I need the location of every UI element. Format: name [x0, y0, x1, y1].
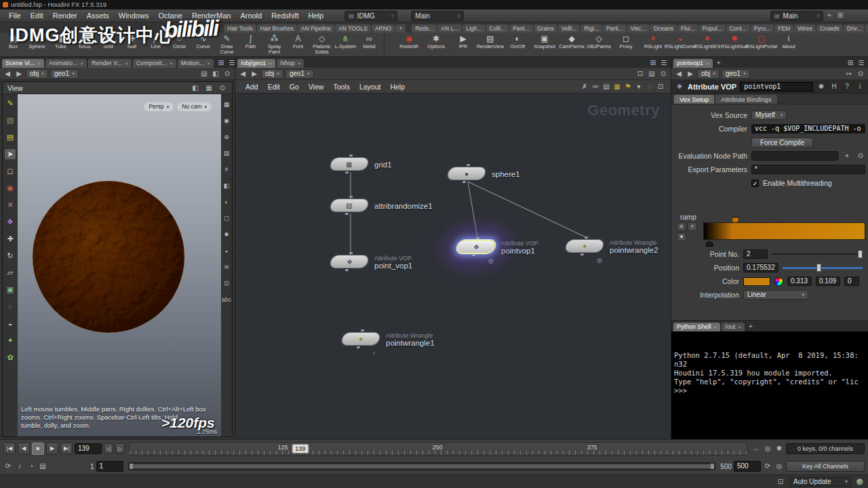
- ramp-add-point-button[interactable]: +: [688, 222, 697, 231]
- play-backward-button[interactable]: ◀: [18, 443, 30, 455]
- viewport[interactable]: View ◧ ▦ ⊙ ✎▧▤➤◻◉✕❖✚↻▱▣◌◒✦✿: [2, 81, 233, 437]
- position-slider[interactable]: [783, 263, 863, 272]
- shelf-tab[interactable]: AN TOOLS: [335, 24, 371, 33]
- tool-spray-paint[interactable]: ⁂ Spray Paint: [262, 33, 286, 55]
- pane-tab[interactable]: Python Shell ×: [673, 323, 720, 331]
- force-compile-button[interactable]: Force Compile: [751, 138, 813, 148]
- snapshot-icon[interactable]: ⊡: [635, 69, 645, 79]
- path-node[interactable]: geo1▾: [285, 69, 314, 79]
- node-badge-icon[interactable]: ◎: [488, 258, 494, 264]
- tool-options[interactable]: ✱ Options: [422, 33, 450, 49]
- node-body[interactable]: ✦: [340, 332, 382, 346]
- pointwrangle1[interactable]: ✦ Attribute Wrangle pointwrangle1 ▫: [342, 332, 435, 347]
- tool-draw-curve[interactable]: ✎ Draw Curve: [215, 33, 239, 55]
- info-icon[interactable]: i: [855, 82, 865, 92]
- panes-icon[interactable]: ⊞: [835, 11, 845, 20]
- update-mode-select[interactable]: Auto Update ▾: [789, 477, 852, 487]
- compiler-field[interactable]: vcc -q $VOP_INCLUDEPATH -o: [751, 124, 865, 134]
- shelf-tab[interactable]: +: [395, 24, 406, 33]
- node-body[interactable]: ●: [446, 167, 488, 180]
- shelf-tab[interactable]: AN L...: [437, 24, 462, 33]
- range-slider-bar[interactable]: [130, 464, 714, 468]
- measure-icon[interactable]: #: [221, 165, 232, 175]
- close-icon[interactable]: ×: [706, 59, 709, 68]
- slider-handle[interactable]: [858, 250, 863, 258]
- node-chooser-icon[interactable]: ⌖: [842, 151, 852, 161]
- node-body[interactable]: ❖: [329, 255, 370, 268]
- shelf-tab[interactable]: Parti...: [509, 24, 533, 33]
- shelf-tab[interactable]: Velli...: [558, 24, 580, 33]
- pane-split-icon[interactable]: ⊞: [216, 58, 226, 68]
- shelf-tab[interactable]: Hair Brushes: [257, 24, 297, 33]
- camera-selector[interactable]: No cam▾: [177, 102, 212, 111]
- shelf-tab[interactable]: Reds...: [412, 24, 437, 33]
- node-body[interactable]: ✦: [564, 239, 606, 253]
- cook-indicator[interactable]: [856, 478, 864, 486]
- desktop-selector-left[interactable]: ▤ IDMG ↕: [344, 11, 397, 21]
- tool-rslightportal[interactable]: ▢ RSLightPortal: [748, 33, 775, 49]
- new-tab-icon[interactable]: +: [714, 58, 724, 68]
- tool-rslight[interactable]: ✶ RSLight: [639, 33, 667, 49]
- node-body[interactable]: ▧: [329, 199, 370, 212]
- path-node[interactable]: geo1▾: [722, 69, 750, 79]
- link-icon[interactable]: ↦: [844, 69, 854, 79]
- close-icon[interactable]: ×: [37, 59, 41, 68]
- color-g-field[interactable]: 0.109: [816, 277, 840, 286]
- range-start-grip[interactable]: [130, 464, 133, 469]
- multithreading-checkbox[interactable]: ✓: [751, 180, 759, 187]
- box-select-tool-icon[interactable]: ◻: [5, 166, 16, 176]
- go-to-start-button[interactable]: |◀: [3, 443, 16, 455]
- pin-icon[interactable]: ⊙: [658, 69, 668, 79]
- pane-grid-icon[interactable]: ▤: [647, 69, 656, 79]
- shelf-tab[interactable]: Parti...: [603, 24, 627, 33]
- select-tool-icon[interactable]: ➤: [5, 149, 16, 159]
- desktop-selector-center[interactable]: Main ↕: [411, 11, 464, 21]
- pane-split-icon[interactable]: ⊞: [846, 58, 855, 68]
- forward-icon[interactable]: ▶: [686, 69, 695, 79]
- net-menu-tools[interactable]: Tools: [328, 83, 355, 91]
- draw-tool-icon[interactable]: ✎: [5, 98, 16, 108]
- color-r-field[interactable]: 0.313: [787, 277, 812, 286]
- layer-tool-icon[interactable]: ▤: [5, 132, 16, 142]
- tool-rslightdome[interactable]: ◒ RSLightDome: [667, 33, 694, 49]
- net-menu-help[interactable]: Help: [385, 83, 410, 91]
- fog-icon[interactable]: ≋: [221, 262, 232, 272]
- shelf-tab[interactable]: FEM: [774, 24, 793, 33]
- menu-help[interactable]: Help: [304, 12, 329, 20]
- tool-path[interactable]: ʃ Path: [239, 33, 262, 49]
- range-start-field[interactable]: 1: [96, 461, 123, 472]
- tool-objparms[interactable]: ◇ OBJParms: [585, 33, 612, 49]
- attribrandomize1[interactable]: ▧ attribrandomize1: [330, 199, 433, 214]
- terrain-tool-icon[interactable]: ▧: [5, 115, 16, 125]
- shelf-tab[interactable]: Driv...: [844, 24, 865, 33]
- frame-all-icon[interactable]: ⊡: [656, 82, 665, 92]
- grid1[interactable]: ▦ grid1: [330, 157, 392, 172]
- scatter-tool-icon[interactable]: ✦: [5, 336, 16, 346]
- camera-icon[interactable]: ◉: [221, 116, 232, 126]
- pane-tab[interactable]: Scene Vi... ×: [2, 59, 44, 68]
- node-body[interactable]: ❖: [456, 240, 497, 253]
- dopesheet-icon[interactable]: ▤: [38, 462, 47, 471]
- shelf-tab[interactable]: Pyro...: [751, 24, 774, 33]
- tool-onoff[interactable]: ◐ On/Off: [504, 33, 531, 49]
- pane-tab[interactable]: /obj/geo1 ×: [237, 59, 275, 68]
- scoped-channels-icon[interactable]: ◎: [774, 462, 784, 471]
- gear-icon[interactable]: ✱: [816, 82, 826, 92]
- close-icon[interactable]: ×: [714, 323, 717, 331]
- back-icon[interactable]: ◀: [3, 69, 12, 79]
- realtime-toggle-icon[interactable]: ◔: [26, 462, 36, 471]
- menu-file[interactable]: File: [4, 12, 26, 20]
- horizon-icon[interactable]: ◒: [221, 246, 232, 256]
- viewport-shade-icon[interactable]: ◧: [191, 83, 200, 93]
- path-context[interactable]: obj▾: [261, 69, 283, 79]
- forward-icon[interactable]: ▶: [250, 69, 259, 79]
- tool-renderview[interactable]: ▤ RenderView: [477, 33, 504, 49]
- sculpt-tool-icon[interactable]: ▣: [5, 285, 16, 295]
- close-icon[interactable]: ×: [125, 59, 128, 68]
- slider-handle[interactable]: [816, 264, 821, 272]
- close-icon[interactable]: ×: [170, 59, 173, 68]
- net-menu-layout[interactable]: Layout: [355, 83, 386, 91]
- pin-icon[interactable]: ⊙: [856, 69, 865, 79]
- delete-tool-icon[interactable]: ✕: [5, 200, 16, 210]
- projection-selector[interactable]: Persp▾: [144, 102, 174, 111]
